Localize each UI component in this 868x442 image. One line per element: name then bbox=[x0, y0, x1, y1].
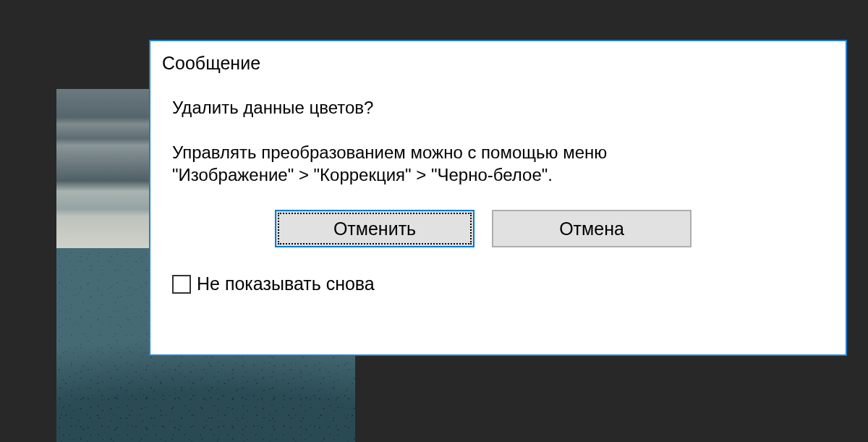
dialog-hint-text: Управлять преобразованием можно с помощь… bbox=[172, 141, 846, 187]
dialog-body: Удалить данные цветов? Управлять преобра… bbox=[150, 77, 846, 354]
dialog-footer: Не показывать снова bbox=[172, 272, 846, 296]
dialog-hint-line2: "Изображение" > "Коррекция" > "Черно-бел… bbox=[172, 163, 846, 187]
dialog-question-text: Удалить данные цветов? bbox=[172, 96, 846, 119]
dialog-hint-line1: Управлять преобразованием можно с помощь… bbox=[172, 141, 846, 164]
message-dialog: Сообщение Удалить данные цветов? Управля… bbox=[149, 40, 847, 356]
dont-show-again-checkbox[interactable] bbox=[172, 275, 191, 294]
dialog-title: Сообщение bbox=[162, 53, 260, 74]
cancel-button[interactable]: Отмена bbox=[492, 210, 692, 247]
confirm-button-label: Отменить bbox=[333, 217, 416, 241]
confirm-button[interactable]: Отменить bbox=[275, 210, 475, 247]
dialog-titlebar[interactable]: Сообщение bbox=[150, 41, 846, 77]
dialog-button-row: Отменить Отмена bbox=[172, 210, 846, 247]
dont-show-again-label: Не показывать снова bbox=[197, 272, 375, 296]
cancel-button-label: Отмена bbox=[559, 217, 624, 241]
